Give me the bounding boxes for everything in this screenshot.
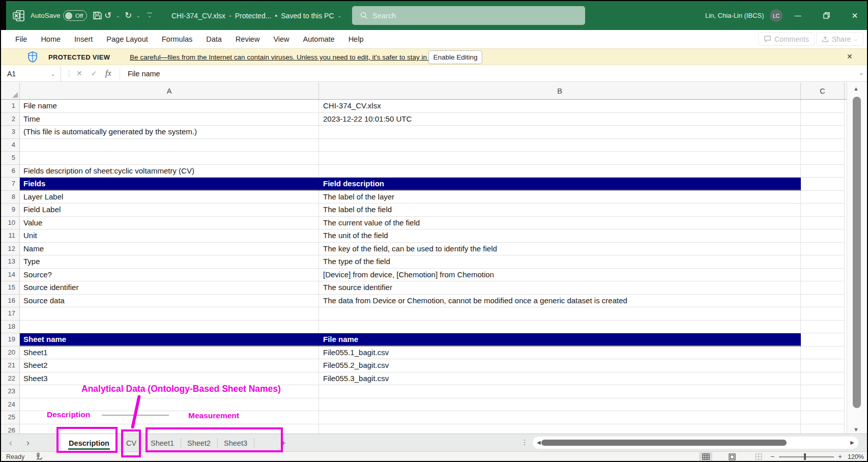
cell-b1[interactable]: CHI-374_CV.xlsx [319, 100, 801, 113]
formula-bar-dots-icon[interactable]: ⋮ [66, 69, 73, 77]
row-number[interactable]: 21 [1, 359, 20, 372]
cell-c16[interactable] [801, 295, 845, 308]
scroll-right-icon[interactable]: ▶ [850, 440, 854, 445]
cell-c26[interactable] [801, 424, 845, 434]
cell-c22[interactable] [801, 372, 845, 386]
row-number[interactable]: 18 [1, 321, 20, 334]
cell-c10[interactable] [801, 217, 845, 230]
menu-tab-help[interactable]: Help [349, 35, 364, 43]
cell-a24[interactable] [20, 398, 319, 412]
cell-a17[interactable] [20, 307, 319, 321]
cell-a7[interactable]: Fields [20, 178, 319, 191]
row-number[interactable]: 10 [1, 217, 20, 230]
save-button[interactable] [93, 1, 102, 30]
menu-tab-formulas[interactable]: Formulas [162, 35, 192, 43]
cell-c25[interactable] [801, 411, 845, 424]
search-input[interactable]: Search [352, 6, 585, 25]
vertical-scrollbar[interactable]: ▲ ▼ [847, 82, 867, 434]
menu-tab-automate[interactable]: Automate [303, 35, 335, 43]
enable-editing-button[interactable]: Enable Editing [428, 50, 482, 64]
cell-b19[interactable]: File name [319, 333, 801, 346]
select-all-corner[interactable] [1, 82, 20, 99]
cell-a11[interactable]: Unit [20, 229, 319, 243]
autosave-toggle[interactable]: Off [63, 10, 87, 21]
cell-b25[interactable] [319, 411, 801, 424]
close-button[interactable]: ✕ [844, 1, 866, 30]
row-number[interactable]: 16 [1, 295, 20, 308]
cell-b18[interactable] [319, 321, 801, 334]
banner-close-icon[interactable]: ✕ [847, 52, 853, 61]
cell-a20[interactable]: Sheet1 [20, 346, 319, 360]
undo-dropdown-icon[interactable]: ⌄ [116, 1, 120, 30]
cell-b9[interactable]: The label of the field [319, 204, 801, 217]
cell-b22[interactable]: File055.3_bagit.csv [319, 372, 801, 386]
cell-c24[interactable] [801, 398, 845, 412]
scroll-down-icon[interactable]: ▼ [853, 426, 859, 432]
page-break-preview-button[interactable] [752, 452, 765, 461]
row-number[interactable]: 26 [1, 424, 20, 434]
menu-tab-page-layout[interactable]: Page Layout [106, 35, 148, 43]
cell-b7[interactable]: Field description [319, 178, 801, 191]
row-number[interactable]: 8 [1, 191, 20, 204]
cell-a15[interactable]: Source identifier [20, 281, 319, 295]
sheet-scroll-left-icon[interactable]: ‹ [9, 434, 12, 452]
row-number[interactable]: 11 [1, 229, 20, 243]
page-layout-view-button[interactable] [726, 452, 739, 461]
sheet-scroll-right-icon[interactable]: › [26, 434, 30, 452]
row-number[interactable]: 5 [1, 152, 20, 165]
cell-b3[interactable] [319, 126, 801, 139]
cell-b23[interactable] [319, 385, 801, 398]
cell-b12[interactable]: The key of the field, can be used to ide… [319, 243, 801, 256]
cell-c14[interactable] [801, 269, 845, 282]
row-number[interactable]: 7 [1, 178, 20, 191]
cell-b2[interactable]: 2023-12-22 10:01:50 UTC [319, 113, 801, 126]
cell-a19[interactable]: Sheet name [20, 333, 319, 346]
vertical-scrollbar-thumb[interactable] [853, 97, 861, 408]
zoom-level-label[interactable]: 120% [848, 453, 864, 460]
undo-button[interactable]: ↺ [104, 1, 111, 30]
quick-access-toolbar-icon[interactable]: ⌄ [147, 1, 152, 30]
horizontal-scrollbar[interactable]: ◀ ▶ [533, 437, 858, 449]
cell-c21[interactable] [801, 359, 845, 372]
row-number[interactable]: 15 [1, 281, 20, 295]
tab-bar-dots-icon[interactable]: ⋮ [521, 438, 528, 446]
row-number[interactable]: 14 [1, 269, 20, 282]
accessibility-icon[interactable] [35, 452, 43, 462]
zoom-out-icon[interactable]: − [770, 452, 774, 460]
cell-c20[interactable] [801, 346, 845, 360]
row-number[interactable]: 12 [1, 243, 20, 256]
cell-a8[interactable]: Layer Label [20, 191, 319, 204]
cell-a13[interactable]: Type [20, 255, 319, 269]
avatar[interactable]: LC [770, 9, 783, 22]
cell-a16[interactable]: Source data [20, 295, 319, 308]
minimize-button[interactable]: — [787, 1, 809, 30]
zoom-in-icon[interactable]: + [838, 452, 842, 460]
cell-b15[interactable]: The source identifier [319, 281, 801, 295]
row-number[interactable]: 9 [1, 204, 20, 217]
cell-a4[interactable] [20, 139, 319, 152]
cell-c5[interactable] [801, 152, 845, 165]
cell-a1[interactable]: File name [20, 100, 319, 113]
confirm-entry-icon[interactable]: ✓ [91, 69, 97, 77]
protected-view-message-link[interactable]: Be careful—files from the Internet can c… [130, 53, 476, 61]
menu-tab-data[interactable]: Data [206, 35, 222, 43]
menu-tab-view[interactable]: View [273, 35, 289, 43]
cell-a9[interactable]: Field Label [20, 204, 319, 217]
cell-a12[interactable]: Name [20, 243, 319, 256]
cell-b4[interactable] [319, 139, 801, 152]
name-box[interactable]: A1 ⌄ [1, 66, 61, 81]
cell-c8[interactable] [801, 191, 845, 204]
zoom-slider-track[interactable] [779, 456, 834, 457]
cell-b16[interactable]: The data from Device or Chemotion, canno… [319, 295, 801, 308]
column-header-b[interactable]: B [319, 82, 801, 99]
scroll-left-icon[interactable]: ◀ [537, 440, 541, 445]
cell-c1[interactable] [801, 100, 845, 113]
cell-b17[interactable] [319, 307, 801, 321]
cell-b21[interactable]: File055.2_bagit.csv [319, 359, 801, 372]
cell-c7[interactable] [801, 178, 845, 191]
cell-c18[interactable] [801, 321, 845, 334]
user-name[interactable]: Lin, Chia-Lin (IBCS) [705, 1, 764, 30]
cell-a2[interactable]: Time [20, 113, 319, 126]
cell-c11[interactable] [801, 229, 845, 243]
insert-function-icon[interactable]: fx [105, 69, 111, 78]
